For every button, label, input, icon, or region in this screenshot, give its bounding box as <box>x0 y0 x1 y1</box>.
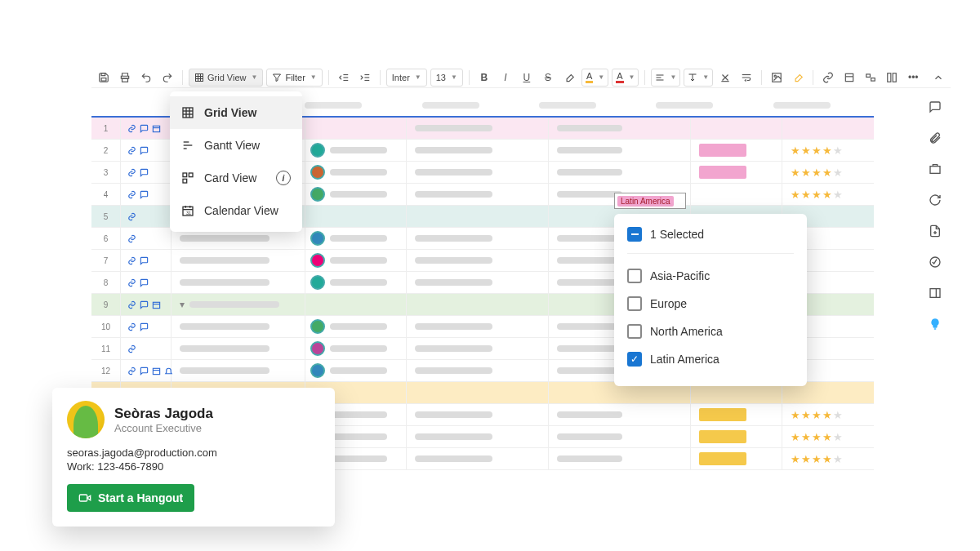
view-dropdown[interactable]: Grid View Gantt View Card View i 31 Cale… <box>170 91 302 232</box>
underline-icon[interactable]: U <box>518 69 536 87</box>
clear-format-icon[interactable] <box>716 69 734 87</box>
attach-icon[interactable] <box>840 69 858 87</box>
halign-select[interactable]: ▼ <box>651 69 680 87</box>
link-icon[interactable] <box>127 278 136 287</box>
comments-icon[interactable] <box>926 98 944 116</box>
undo-icon[interactable] <box>137 69 155 87</box>
comment-icon[interactable] <box>140 367 149 375</box>
cell[interactable] <box>549 140 691 161</box>
comment-icon[interactable] <box>140 168 149 177</box>
cell[interactable] <box>407 360 549 381</box>
wrap-icon[interactable] <box>737 69 755 87</box>
calendar-icon[interactable] <box>152 300 161 309</box>
cell[interactable] <box>305 118 408 139</box>
rating-cell[interactable]: ★★★★★ <box>782 426 874 447</box>
tag-cell-editor[interactable]: Latin America <box>614 193 686 209</box>
link-icon[interactable] <box>127 344 136 353</box>
link-icon[interactable] <box>127 168 136 177</box>
comment-icon[interactable] <box>140 124 149 133</box>
cell[interactable] <box>691 162 783 183</box>
rating-cell[interactable]: ★★★★★ <box>782 140 874 161</box>
cell[interactable] <box>172 316 305 337</box>
rating-cell[interactable] <box>782 118 874 139</box>
tag-option[interactable]: ✓Latin America <box>627 345 794 373</box>
cell[interactable] <box>172 360 305 381</box>
refresh-icon[interactable] <box>926 191 944 209</box>
outdent-icon[interactable] <box>335 69 353 87</box>
view-select[interactable]: Grid View▼ <box>189 69 263 87</box>
sidebar-icon[interactable] <box>926 284 944 302</box>
image-icon[interactable] <box>768 69 786 87</box>
cell[interactable] <box>691 404 783 425</box>
cell[interactable] <box>305 294 408 315</box>
cell[interactable] <box>407 206 549 227</box>
italic-icon[interactable]: I <box>497 69 514 87</box>
paint-icon[interactable] <box>789 69 807 87</box>
collapse-toolbar-icon[interactable] <box>929 69 947 87</box>
avatar[interactable] <box>310 253 325 268</box>
cell[interactable] <box>691 140 783 161</box>
cell[interactable] <box>407 382 549 403</box>
checkbox-icon[interactable] <box>627 269 642 283</box>
link-icon[interactable] <box>127 124 136 133</box>
strike-icon[interactable]: S <box>539 69 557 87</box>
cell[interactable] <box>407 228 549 249</box>
view-option-grid[interactable]: Grid View <box>170 96 302 129</box>
cell[interactable] <box>305 316 408 337</box>
checkbox-icon[interactable] <box>627 324 642 339</box>
checkbox-icon[interactable]: ✓ <box>627 352 642 367</box>
cell[interactable] <box>407 338 549 359</box>
cell[interactable] <box>549 118 691 139</box>
cell[interactable] <box>407 426 549 447</box>
rating-cell[interactable]: ★★★★★ <box>782 448 874 469</box>
cell[interactable] <box>172 272 305 293</box>
calendar-icon[interactable] <box>152 124 161 133</box>
cell[interactable] <box>407 448 549 469</box>
cell[interactable] <box>305 206 408 227</box>
comment-icon[interactable] <box>140 146 149 155</box>
cell[interactable] <box>549 426 691 447</box>
cell[interactable] <box>305 140 408 161</box>
rating-cell[interactable]: ★★★★★ <box>782 162 874 183</box>
cell[interactable] <box>407 294 549 315</box>
cell[interactable] <box>305 228 408 249</box>
avatar[interactable] <box>310 319 325 334</box>
comment-icon[interactable] <box>140 190 149 199</box>
avatar[interactable] <box>310 341 325 356</box>
rating-cell[interactable]: ★★★★★ <box>782 184 874 205</box>
comment-icon[interactable] <box>140 322 149 331</box>
cell[interactable] <box>172 250 305 271</box>
tips-icon[interactable] <box>926 315 944 333</box>
avatar[interactable] <box>310 231 325 246</box>
link-icon[interactable] <box>819 69 837 87</box>
link-icon[interactable] <box>127 146 136 155</box>
avatar[interactable] <box>310 165 325 180</box>
avatar[interactable] <box>310 363 325 378</box>
link-icon[interactable] <box>127 234 136 243</box>
cell[interactable] <box>305 250 408 271</box>
link-icon[interactable] <box>127 190 136 199</box>
cell[interactable] <box>407 162 549 183</box>
comment-icon[interactable] <box>140 300 149 309</box>
cell[interactable] <box>407 404 549 425</box>
cell[interactable] <box>691 184 783 205</box>
tag-option[interactable]: Europe <box>627 290 794 318</box>
tag-options-panel[interactable]: 1 Selected Asia-PacificEuropeNorth Ameri… <box>614 214 807 386</box>
avatar[interactable] <box>310 187 325 202</box>
filter-select[interactable]: Filter▼ <box>266 69 322 87</box>
more-icon[interactable]: ••• <box>904 69 922 87</box>
calendar-icon[interactable] <box>152 367 161 375</box>
briefcase-icon[interactable] <box>926 160 944 178</box>
font-select[interactable]: Inter▼ <box>386 69 427 87</box>
fillcolor-select[interactable]: A▼ <box>581 69 608 87</box>
cell[interactable] <box>407 316 549 337</box>
cell[interactable] <box>407 118 549 139</box>
file-add-icon[interactable] <box>926 222 944 240</box>
link-icon[interactable] <box>127 256 136 265</box>
cell[interactable] <box>691 426 783 447</box>
start-hangout-button[interactable]: Start a Hangout <box>67 484 194 512</box>
comment-icon[interactable] <box>140 256 149 265</box>
tag-option[interactable]: North America <box>627 318 794 345</box>
cell[interactable] <box>305 338 408 359</box>
cell[interactable] <box>305 272 408 293</box>
